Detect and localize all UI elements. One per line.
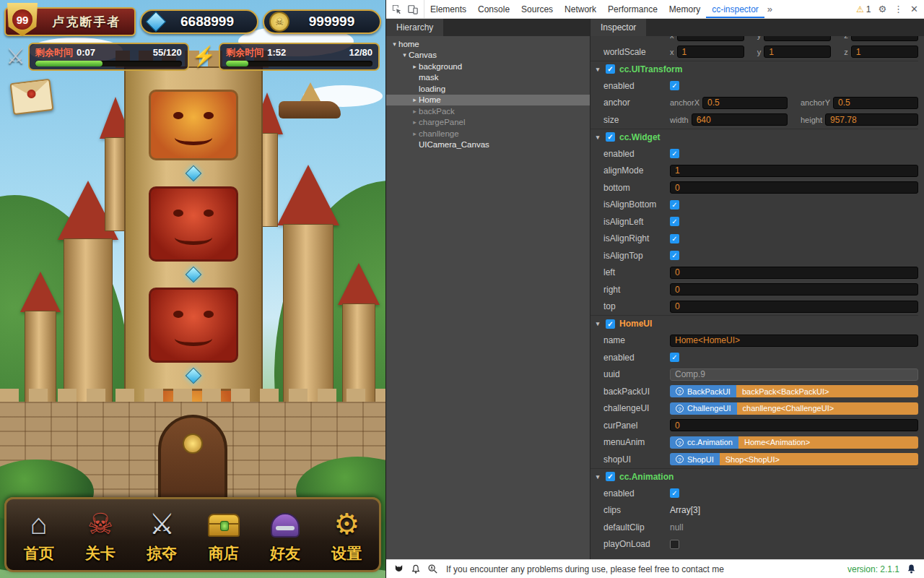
player-banner[interactable]: 99 卢克断手者	[4, 7, 136, 36]
devtools-tab-cc-inspector[interactable]: cc-inspector	[706, 0, 764, 18]
property-label: ▸clips	[603, 505, 670, 515]
backPackUI-reference[interactable]: ?BackPackUIbackPack<BackPackUI>	[670, 385, 918, 397]
hierarchy-node-chargePanel[interactable]: ▸chargePanel	[386, 117, 590, 129]
field-x-input[interactable]	[677, 36, 744, 41]
size-height-input[interactable]: 957.78	[825, 113, 918, 126]
expand-arrow-icon[interactable]: ▸	[411, 118, 419, 126]
worldScale-z-input[interactable]: 1	[851, 46, 918, 58]
worldScale-y-input[interactable]: 1	[764, 46, 831, 58]
uuid-input[interactable]: Comp.9	[670, 368, 918, 381]
field-y-input[interactable]	[764, 36, 831, 41]
isAlignRight-checkbox[interactable]: ✓	[670, 234, 679, 243]
devtools-tab-elements[interactable]: Elements	[424, 0, 472, 18]
notification-bell-icon[interactable]	[906, 564, 917, 574]
isAlignBottom-checkbox[interactable]: ✓	[670, 200, 679, 210]
collapse-arrow-icon[interactable]: ▾	[594, 320, 601, 327]
contact-search-icon[interactable]	[427, 564, 438, 574]
reference-badge[interactable]: ?cc.Animation	[670, 436, 738, 449]
right-input[interactable]: 0	[670, 283, 918, 296]
nav-friends-button[interactable]: 好友	[254, 504, 315, 567]
hierarchy-node-loading[interactable]: loading	[386, 83, 590, 95]
cc.Widget-enabled-checkbox[interactable]: ✓	[606, 132, 615, 142]
anchor-anchorY-input[interactable]: 0.5	[833, 97, 918, 109]
nav-shop-button[interactable]: 商店	[193, 504, 254, 567]
hierarchy-node-Canvas[interactable]: ▾Canvas	[386, 50, 590, 61]
device-toolbar-icon[interactable]	[408, 4, 418, 14]
diamond-currency[interactable]: 6688999	[140, 9, 258, 34]
collapse-arrow-icon[interactable]: ▾	[594, 66, 601, 73]
playOnLoad-checkbox[interactable]	[670, 540, 679, 549]
settings-gear-icon[interactable]: ⚙	[878, 4, 886, 14]
warning-indicator[interactable]: ⚠ 1	[856, 4, 871, 14]
hierarchy-node-Home[interactable]: ▸Home	[386, 95, 590, 106]
component-header-cc.UITransform[interactable]: ▾✓cc.UITransform	[590, 61, 918, 78]
collapse-arrow-icon[interactable]: ▾	[391, 40, 398, 48]
stamina-timer[interactable]: 剩余时间 0:07 55/120	[28, 43, 189, 71]
HomeUI-enabled-checkbox[interactable]: ✓	[606, 319, 615, 329]
alignMode-input[interactable]: 1	[670, 165, 918, 177]
hierarchy-node-UICamera_Canvas[interactable]: UICamera_Canvas	[386, 139, 590, 151]
enabled-checkbox[interactable]: ✓	[670, 149, 679, 158]
tab-overflow-icon[interactable]: »	[764, 4, 775, 14]
gold-currency[interactable]: ☠ 999999	[263, 9, 381, 34]
enabled-checkbox[interactable]: ✓	[670, 488, 679, 498]
devtools-tab-sources[interactable]: Sources	[515, 0, 559, 18]
isAlignTop-checkbox[interactable]: ✓	[670, 251, 679, 260]
hierarchy-node-chanllenge[interactable]: ▸chanllenge	[386, 128, 590, 139]
top-input[interactable]: 0	[670, 301, 918, 313]
size-width-input[interactable]: 640	[692, 113, 788, 126]
enabled-checkbox[interactable]: ✓	[670, 81, 679, 90]
expand-arrow-icon[interactable]: ▸	[411, 63, 419, 70]
menu-kebab-icon[interactable]: ⋮	[894, 4, 903, 14]
github-icon[interactable]	[393, 564, 404, 574]
devtools-tab-memory[interactable]: Memory	[663, 0, 706, 18]
cc.UITransform-enabled-checkbox[interactable]: ✓	[606, 64, 615, 74]
worldScale-x-input[interactable]: 1	[677, 46, 744, 58]
reference-badge[interactable]: ?ChallengeUI	[670, 402, 737, 415]
devtools-tab-performance[interactable]: Performance	[602, 0, 663, 18]
collapse-arrow-icon[interactable]: ▾	[594, 134, 601, 141]
inspect-element-icon[interactable]	[392, 4, 402, 14]
component-header-cc.Widget[interactable]: ▾✓cc.Widget	[590, 129, 918, 146]
shopUI-reference[interactable]: ?ShopUIShop<ShopUI>	[670, 453, 918, 465]
menuAnim-reference[interactable]: ?cc.AnimationHome<Animation>	[670, 436, 918, 449]
devtools-tab-network[interactable]: Network	[559, 0, 602, 18]
anchor-anchorX-input[interactable]: 0.5	[702, 97, 788, 109]
enabled-checkbox[interactable]: ✓	[670, 353, 679, 362]
energy-timer[interactable]: 剩余时间 1:52 12/80	[219, 43, 380, 71]
name-input[interactable]: Home<HomeUI>	[670, 335, 918, 347]
close-icon[interactable]: ✕	[910, 4, 918, 14]
component-header-cc.Animation[interactable]: ▾✓cc.Animation	[590, 468, 918, 486]
nav-home-button[interactable]: ⌂首页	[8, 504, 69, 567]
collapse-arrow-icon[interactable]: ▾	[401, 51, 409, 59]
nav-settings-button[interactable]: ⚙设置	[316, 504, 378, 567]
hierarchy-node-home[interactable]: ▾home	[386, 38, 590, 50]
hierarchy-node-mask[interactable]: mask	[386, 72, 590, 84]
bottom-input[interactable]: 0	[670, 181, 918, 194]
mail-button[interactable]	[10, 79, 54, 115]
subfield-label: z	[844, 48, 848, 56]
hierarchy-node-background[interactable]: ▸background	[386, 61, 590, 72]
expand-arrow-icon[interactable]: ▸	[411, 130, 419, 137]
expand-arrow-icon[interactable]: ▸	[411, 96, 419, 103]
curPanel-input[interactable]: 0	[670, 419, 918, 431]
reference-badge[interactable]: ?BackPackUI	[670, 385, 736, 397]
nav-plunder-button[interactable]: ⚔掠夺	[131, 504, 193, 567]
cc.Animation-enabled-checkbox[interactable]: ✓	[606, 472, 615, 481]
reference-badge[interactable]: ?ShopUI	[670, 453, 720, 465]
component-header-HomeUI[interactable]: ▾✓HomeUI	[590, 315, 918, 332]
field-z-input[interactable]	[851, 36, 918, 41]
castle-door	[158, 415, 227, 503]
property-label: top	[603, 301, 670, 311]
inspector-tab[interactable]: Inspector	[590, 19, 646, 36]
expand-arrow-icon[interactable]: ▸	[411, 108, 419, 115]
devtools-tab-console[interactable]: Console	[472, 0, 515, 18]
hierarchy-node-backPack[interactable]: ▸backPack	[386, 105, 590, 117]
bell-icon[interactable]	[411, 564, 421, 574]
nav-levels-button[interactable]: ☠关卡	[69, 504, 131, 567]
challengeUI-reference[interactable]: ?ChallengeUIchanllenge<ChallengeUI>	[670, 402, 918, 415]
collapse-arrow-icon[interactable]: ▾	[594, 473, 601, 480]
left-input[interactable]: 0	[670, 267, 918, 279]
isAlignLeft-checkbox[interactable]: ✓	[670, 217, 679, 226]
hierarchy-tab[interactable]: Hierarchy	[386, 19, 443, 36]
